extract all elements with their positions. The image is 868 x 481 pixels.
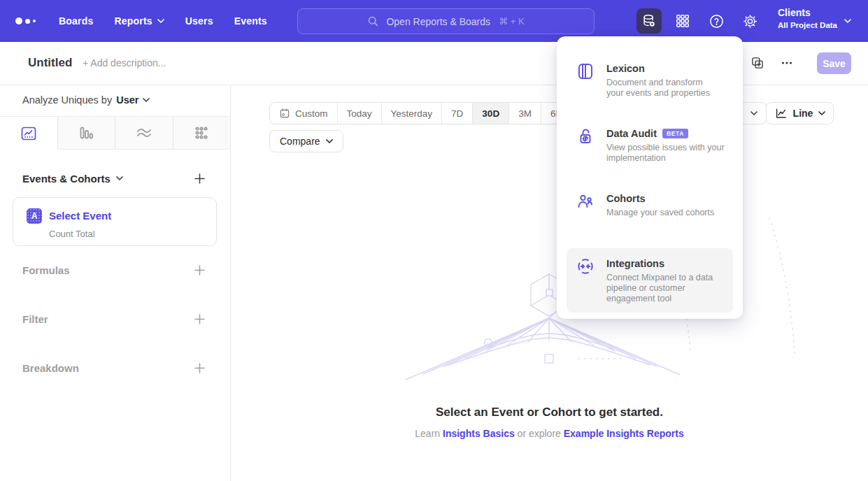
- filter-label: Filter: [22, 313, 48, 325]
- navbar-icon-group: [636, 8, 762, 34]
- menu-item-lexicon[interactable]: Lexicon Document and transform your even…: [567, 53, 733, 107]
- bar-chart-icon: [78, 124, 94, 141]
- integrations-sync-icon: [576, 257, 595, 275]
- chevron-down-icon: [157, 19, 164, 23]
- chevron-down-icon: [116, 176, 123, 180]
- select-event-card[interactable]: A Select Event Count Total: [13, 197, 217, 246]
- range-today[interactable]: Today: [338, 103, 382, 124]
- line-chart-icon: [774, 107, 788, 120]
- project-switcher[interactable]: Clients All Project Data: [778, 6, 837, 31]
- analyze-value-dropdown[interactable]: User: [116, 94, 150, 106]
- range-yesterday[interactable]: Yesterday: [382, 103, 443, 124]
- tab-metric-grid[interactable]: [173, 117, 231, 150]
- example-reports-link[interactable]: Example Insights Reports: [564, 428, 684, 439]
- tab-line-chart[interactable]: [0, 117, 58, 150]
- chevron-down-icon: [143, 98, 150, 102]
- nav-boards[interactable]: Boards: [59, 15, 93, 27]
- cohorts-people-icon: [576, 192, 595, 210]
- gear-icon: [742, 13, 758, 29]
- top-navbar: Boards Reports Users Events Open Reports…: [0, 0, 868, 42]
- add-breakdown-button[interactable]: [191, 359, 208, 376]
- events-cohorts-label[interactable]: Events & Cohorts: [22, 173, 123, 185]
- analyze-label: Analyze Uniques by: [22, 94, 112, 106]
- beta-badge: BETA: [662, 129, 688, 138]
- question-circle-icon: [709, 13, 725, 29]
- line-chart-icon: [20, 125, 37, 142]
- chart-type-dropdown[interactable]: Line: [766, 102, 834, 124]
- copy-plus-icon: [750, 56, 764, 70]
- empty-state-links: Learn Insights Basics or explore Example…: [231, 428, 868, 439]
- settings-button[interactable]: [737, 8, 762, 34]
- search-icon: [367, 15, 379, 27]
- nav-reports[interactable]: Reports: [114, 15, 164, 27]
- add-event-button[interactable]: [191, 170, 208, 187]
- plus-icon: [194, 362, 206, 374]
- chart-type-tabs: [0, 116, 230, 150]
- query-sidebar: Analyze Uniques by User: [0, 85, 231, 481]
- tab-bar-chart[interactable]: [58, 117, 116, 150]
- apps-grid-icon: [675, 13, 690, 29]
- calendar-icon: [279, 108, 290, 119]
- compare-dropdown[interactable]: Compare: [269, 130, 343, 152]
- empty-state-title: Select an Event or Cohort to get started…: [231, 405, 868, 419]
- mixpanel-app: Boards Reports Users Events Open Reports…: [0, 0, 868, 481]
- nav-users[interactable]: Users: [185, 15, 213, 27]
- menu-item-data-audit[interactable]: Data Audit BETA View possible issues wit…: [567, 118, 733, 172]
- menu-item-integrations[interactable]: Integrations Connect Mixpanel to a data …: [567, 248, 733, 313]
- plus-icon: [194, 313, 206, 325]
- data-audit-icon: [576, 127, 595, 145]
- select-event-label: Select Event: [49, 210, 111, 222]
- analyze-uniques-row: Analyze Uniques by User: [22, 94, 150, 106]
- event-letter-badge: A: [27, 208, 42, 224]
- data-management-button[interactable]: [636, 8, 662, 34]
- stacked-chart-icon: [135, 124, 153, 142]
- formulas-label: Formulas: [22, 264, 70, 276]
- range-7d[interactable]: 7D: [442, 103, 473, 124]
- ellipsis-icon: [781, 57, 793, 69]
- search-placeholder: Open Reports & Boards: [386, 16, 490, 27]
- primary-nav: Boards Reports Users Events: [59, 0, 267, 42]
- add-filter-button[interactable]: [191, 310, 208, 327]
- breakdown-label: Breakdown: [22, 362, 79, 374]
- plus-icon: [194, 173, 206, 185]
- chevron-down-icon: [844, 19, 851, 23]
- chart-canvas: Custom Today Yesterday 7D 30D 3M 6M Comp…: [231, 85, 868, 481]
- date-range-control: Custom Today Yesterday 7D 30D 3M 6M: [269, 102, 574, 124]
- help-button[interactable]: [704, 8, 729, 34]
- insights-basics-link[interactable]: Insights Basics: [443, 428, 515, 439]
- data-management-menu: Lexicon Document and transform your even…: [557, 36, 743, 319]
- project-name: Clients: [778, 6, 837, 20]
- database-gear-icon: [641, 13, 657, 29]
- search-shortcut: ⌘ + K: [499, 16, 525, 27]
- more-options-button[interactable]: [776, 52, 797, 73]
- breakdown-section: Breakdown: [22, 359, 208, 376]
- lexicon-book-icon: [576, 62, 595, 80]
- formulas-section: Formulas: [22, 261, 208, 278]
- nav-events[interactable]: Events: [234, 15, 267, 27]
- range-30d[interactable]: 30D: [473, 103, 509, 124]
- project-scope: All Project Data: [778, 20, 837, 31]
- wireframe-illustration: [231, 210, 868, 412]
- range-3m[interactable]: 3M: [509, 103, 541, 124]
- chevron-down-icon: [818, 111, 825, 115]
- range-custom[interactable]: Custom: [270, 103, 338, 124]
- menu-item-cohorts[interactable]: Cohorts Manage your saved cohorts: [567, 183, 733, 227]
- chevron-down-icon: [326, 139, 333, 143]
- events-cohorts-section: Events & Cohorts: [22, 170, 208, 187]
- duplicate-button[interactable]: [747, 52, 768, 73]
- mixpanel-logo[interactable]: [15, 0, 36, 42]
- report-title[interactable]: Untitled: [28, 56, 72, 70]
- tab-stacked-chart[interactable]: [115, 117, 173, 150]
- save-button[interactable]: Save: [817, 52, 851, 74]
- dot-grid-icon: [193, 124, 210, 141]
- count-total-label[interactable]: Count Total: [49, 229, 95, 239]
- add-formula-button[interactable]: [191, 261, 208, 278]
- apps-grid-button[interactable]: [670, 8, 695, 34]
- filter-section: Filter: [22, 310, 208, 327]
- global-search-input[interactable]: Open Reports & Boards ⌘ + K: [297, 8, 595, 34]
- chevron-down-icon: [750, 111, 757, 115]
- plus-icon: [194, 264, 206, 276]
- description-placeholder[interactable]: + Add description...: [83, 57, 166, 69]
